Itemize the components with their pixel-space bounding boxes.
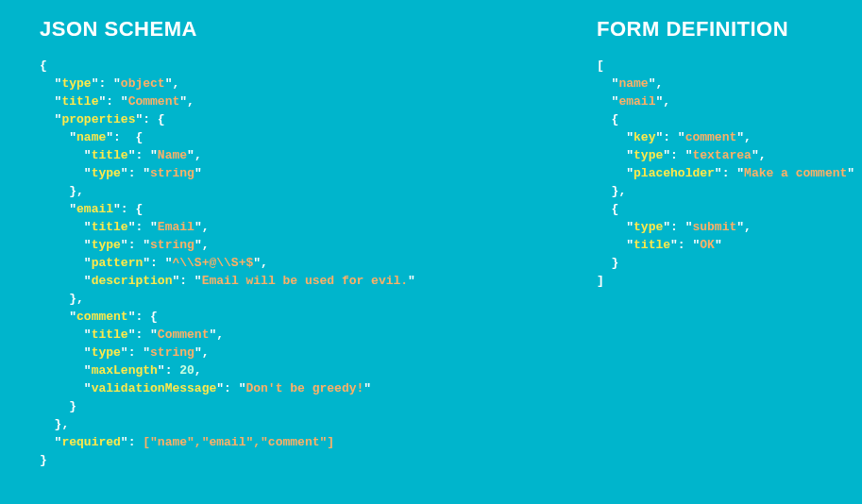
form-definition-code: [ "name", "email", { "key": "comment", "… — [597, 57, 854, 290]
key-type: type — [61, 76, 91, 91]
val-email: Email — [158, 220, 194, 234]
val-string: string — [150, 166, 194, 180]
key-pattern: pattern — [92, 256, 144, 270]
val-greedy: Don't be greedy! — [245, 381, 363, 395]
key-properties: properties — [61, 112, 135, 126]
key-key: key — [634, 130, 655, 144]
brace: } — [40, 453, 47, 467]
brace: { — [40, 59, 47, 73]
val-object: object — [121, 76, 165, 91]
key-type: type — [634, 220, 663, 234]
val-comment: Comment — [128, 94, 180, 109]
bracket: [ — [597, 59, 604, 73]
key-validation: validationMessage — [92, 381, 217, 395]
json-schema-code: { "type": "object", "title": "Comment", … — [40, 57, 597, 469]
key-title: title — [92, 220, 128, 234]
bracket: ] — [597, 274, 604, 288]
key-description: description — [92, 274, 173, 288]
val-twenty: 20 — [179, 363, 194, 378]
val-name: name — [618, 76, 648, 91]
key-title: title — [61, 94, 98, 109]
key-type: type — [92, 166, 121, 180]
json-schema-heading: JSON SCHEMA — [40, 17, 597, 42]
val-ok: OK — [700, 238, 715, 252]
key-type: type — [92, 345, 121, 360]
val-comment: comment — [685, 130, 737, 144]
key-maxlength: maxLength — [92, 363, 158, 378]
val-textarea: textarea — [692, 148, 751, 162]
key-title: title — [92, 148, 128, 162]
val-submit: submit — [692, 220, 736, 234]
key-comment: comment — [76, 310, 128, 324]
key-type: type — [92, 238, 121, 252]
key-email: email — [76, 202, 113, 216]
val-email-desc: Email will be used for evil. — [202, 274, 408, 288]
val-required: ["name","email","comment"] — [143, 435, 334, 449]
key-title: title — [92, 328, 128, 342]
val-comment: Comment — [158, 328, 210, 342]
key-required: required — [61, 435, 120, 449]
val-string: string — [150, 238, 194, 252]
form-definition-column: FORM DEFINITION [ "name", "email", { "ke… — [597, 17, 854, 469]
key-title: title — [634, 238, 670, 252]
key-type: type — [634, 148, 663, 162]
key-placeholder: placeholder — [634, 166, 715, 180]
json-schema-column: JSON SCHEMA { "type": "object", "title":… — [40, 17, 597, 469]
val-make-comment: Make a comment — [744, 166, 847, 180]
val-pattern: ^\\S+@\\S+$ — [172, 256, 253, 270]
form-definition-heading: FORM DEFINITION — [597, 17, 854, 42]
val-email: email — [618, 94, 655, 109]
val-name: Name — [158, 148, 187, 162]
val-string: string — [150, 345, 194, 360]
key-name: name — [76, 130, 106, 144]
